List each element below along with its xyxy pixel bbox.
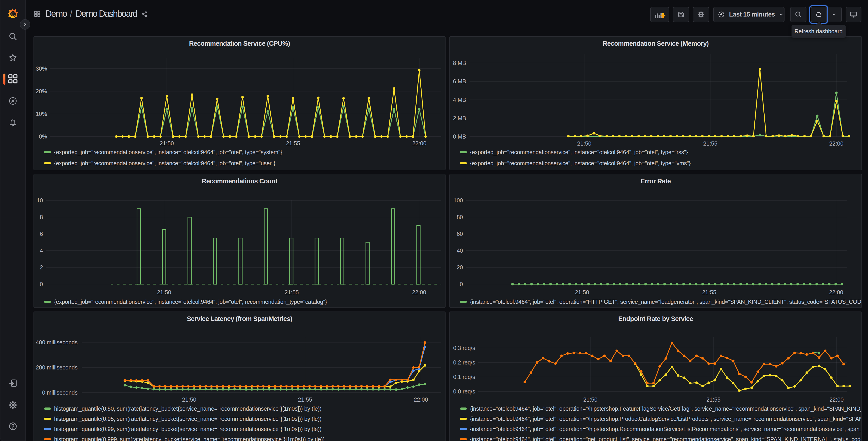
svg-text:21:50: 21:50 — [583, 396, 598, 403]
svg-text:0.2 req/s: 0.2 req/s — [453, 359, 475, 365]
svg-text:0.1 req/s: 0.1 req/s — [453, 374, 475, 380]
svg-text:0.3 req/s: 0.3 req/s — [453, 345, 475, 351]
svg-text:0.0 req/s: 0.0 req/s — [453, 388, 475, 394]
svg-text:22:00: 22:00 — [830, 396, 844, 403]
svg-text:21:55: 21:55 — [707, 396, 721, 403]
